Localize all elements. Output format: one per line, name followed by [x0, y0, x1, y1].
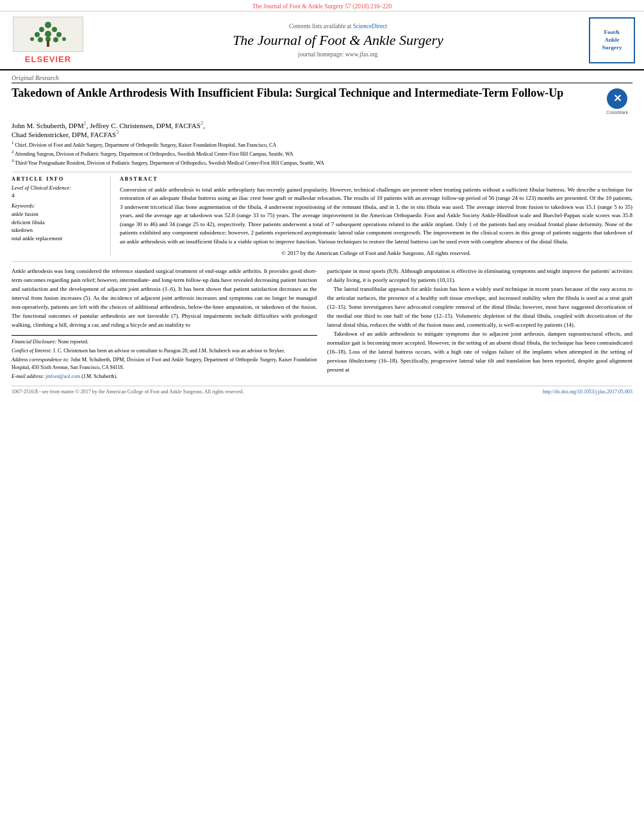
aff2-text: Attending Surgeon, Division of Podiatric… — [15, 151, 293, 157]
aff1-text: Chief, Division of Foot and Ankle Surger… — [15, 142, 277, 148]
body-right-para1: participate in most sports (8,9). Althou… — [327, 267, 633, 285]
aff2-sup: 2 — [12, 149, 14, 154]
conflict-label: Conflict of Interest: — [12, 348, 52, 354]
abstract-copyright: © 2017 by the American College of Foot a… — [120, 250, 632, 256]
crossmark-circle: ✕ — [607, 88, 627, 109]
elsevier-logo: ELSEVIER — [25, 54, 71, 64]
article-type: Original Research — [12, 74, 632, 83]
aff3-sup: 3 — [12, 158, 14, 163]
footnote-email: E-mail address: jmfoot@aol.com (J.M. Sch… — [12, 373, 317, 381]
affiliation-1: 1 Chief, Division of Foot and Ankle Surg… — [12, 140, 632, 149]
author3-comma: , — [203, 122, 205, 129]
body-left-para: Ankle arthrodesis was long considered th… — [12, 267, 317, 330]
article-title-section: Takedown of Ankle Arthrodesis With Insuf… — [12, 86, 632, 117]
journal-logo-box: Foot& Ankle Surgery — [589, 17, 635, 63]
financial-value: None reported. — [58, 339, 88, 345]
footnote-address: Address correspondence to: John M. Schub… — [12, 356, 317, 372]
header-left: ELSEVIER — [6, 17, 90, 64]
author1-name: John M. Schuberth, DPM — [12, 122, 84, 129]
email-link[interactable]: jmfoot@aol.com — [45, 373, 80, 379]
body-right-para3: Takedown of an ankle arthrodesis to miti… — [327, 330, 633, 375]
top-journal-link: The Journal of Foot & Ankle Surgery 57 (… — [0, 0, 644, 12]
elsevier-tree-image — [13, 17, 83, 52]
email-label: E-mail address: — [12, 373, 44, 379]
divider — [12, 261, 632, 262]
author2-name: , Jeffrey C. Christensen, DPM, FACFAS — [87, 122, 201, 129]
header-right: Foot& Ankle Surgery — [586, 17, 638, 64]
abstract-text: Conversion of ankle arthrodesis to total… — [120, 186, 632, 247]
body-right-para2: The lateral transfibular approach for an… — [327, 285, 633, 330]
svg-point-0 — [45, 22, 51, 28]
svg-rect-11 — [47, 40, 49, 47]
crossmark: ✕ CrossMark — [602, 86, 632, 117]
author3-name: Chad Seidenstricker, DPM, FACFAS — [12, 130, 116, 138]
conflict-value: J. C. Christensen has been an advisor or… — [53, 348, 285, 354]
svg-point-10 — [62, 37, 66, 41]
keyword-ankle-fusion: ankle fusion — [12, 210, 104, 218]
crossmark-cross-icon: ✕ — [613, 94, 622, 104]
logo-foot-text: Foot& — [604, 29, 620, 37]
journal-title: The Journal of Foot & Ankle Surgery — [233, 32, 443, 49]
keyword-takedown: takedown — [12, 226, 104, 234]
journal-homepage: journal homepage: www.jfas.org — [298, 51, 377, 58]
article-info-title: ARTICLE INFO — [12, 176, 104, 182]
svg-point-4 — [45, 31, 51, 37]
abstract-col: ABSTRACT Conversion of ankle arthrodesis… — [120, 176, 632, 257]
email-value: jmfoot@aol.com (J.M. Schuberth). — [45, 373, 117, 379]
financial-label: Financial Disclosure: — [12, 339, 56, 345]
svg-point-5 — [56, 32, 62, 37]
footnote-conflict: Conflict of Interest: J. C. Christensen … — [12, 347, 317, 355]
keyword-deficient-fibula: deficient fibula — [12, 218, 104, 227]
authors-line: John M. Schuberth, DPM1, Jeffrey C. Chri… — [12, 120, 632, 138]
crossmark-label: CrossMark — [606, 110, 628, 115]
article-info-abstract-section: ARTICLE INFO Level of Clinical Evidence:… — [12, 172, 632, 257]
bottom-bar: 1067-2516/$ - see front matter © 2017 by… — [12, 386, 632, 395]
keyword-total-ankle: total ankle replacement — [12, 234, 104, 243]
svg-point-9 — [53, 37, 58, 42]
affiliation-3: 3 Third-Year Postgraduate Resident, Divi… — [12, 158, 632, 167]
issn-text: 1067-2516/$ - see front matter © 2017 by… — [12, 389, 244, 395]
svg-point-3 — [35, 32, 40, 37]
footnotes: Financial Disclosure: None reported. Con… — [12, 335, 317, 381]
content: Original Research Takedown of Ankle Arth… — [0, 70, 644, 398]
page: The Journal of Foot & Ankle Surgery 57 (… — [0, 0, 644, 836]
sciencedirect-line: Contents lists available at ScienceDirec… — [289, 23, 387, 29]
header-center: Contents lists available at ScienceDirec… — [95, 17, 581, 64]
svg-point-7 — [38, 37, 43, 42]
body-section: Ankle arthrodesis was long considered th… — [12, 267, 632, 382]
svg-point-2 — [52, 27, 57, 32]
svg-point-6 — [30, 37, 34, 41]
keywords-label: Keywords: — [12, 202, 104, 209]
author3-sup: 3 — [116, 129, 119, 135]
svg-point-1 — [39, 27, 44, 32]
sciencedirect-link[interactable]: ScienceDirect — [353, 23, 387, 29]
address-label: Address correspondence to: — [12, 357, 69, 363]
logo-ankle-text: Ankle — [604, 37, 619, 44]
body-left-col: Ankle arthrodesis was long considered th… — [12, 267, 317, 382]
level-of-evidence-value: 4 — [12, 192, 104, 199]
aff1-sup: 1 — [12, 140, 14, 145]
affiliation-2: 2 Attending Surgeon, Division of Podiatr… — [12, 149, 632, 158]
body-right-col: participate in most sports (8,9). Althou… — [327, 267, 633, 382]
logo-surgery-text: Surgery — [602, 44, 622, 52]
article-info-col: ARTICLE INFO Level of Clinical Evidence:… — [12, 176, 111, 257]
article-title: Takedown of Ankle Arthrodesis With Insuf… — [12, 86, 595, 101]
level-of-evidence-label: Level of Clinical Evidence: — [12, 184, 104, 191]
journal-link[interactable]: The Journal of Foot & Ankle Surgery 57 (… — [252, 3, 392, 10]
footnote-financial: Financial Disclosure: None reported. — [12, 338, 317, 346]
header: ELSEVIER Contents lists available at Sci… — [0, 12, 644, 70]
affiliations: 1 Chief, Division of Foot and Ankle Surg… — [12, 140, 632, 167]
doi-link[interactable]: http://dx.doi.org/10.1053/j.jfas.2017.05… — [543, 389, 632, 395]
abstract-title: ABSTRACT — [120, 176, 632, 182]
aff3-text: Third-Year Postgraduate Resident, Divisi… — [15, 160, 324, 166]
